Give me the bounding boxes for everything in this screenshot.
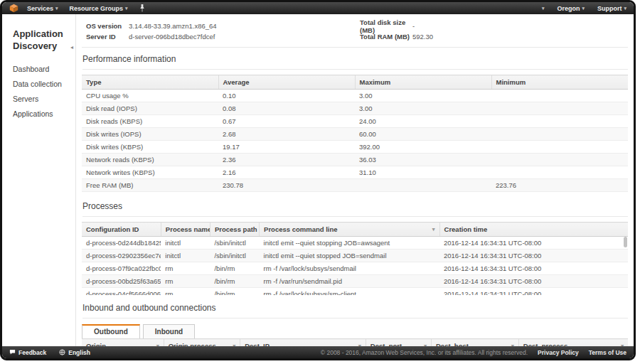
globe-icon [59,349,65,355]
sort-caret-icon: ▾ [432,226,435,232]
scrollbar-thumb[interactable] [624,237,627,247]
total-disk-value: - [412,22,628,30]
table-row: Network reads (KBPS)2.3636.03 [82,154,628,166]
col-header-type: Type [82,75,218,90]
sidebar-item-data-collection[interactable]: Data collection [13,79,73,89]
table-row: Disk reads (KBPS)0.6724.00 [82,115,628,128]
table-row: d-process-04cf5666d006927c3rm/bin/rmrm -… [82,288,628,296]
sidebar-item-applications[interactable]: Applications [13,109,73,119]
language-button[interactable]: English [59,349,90,356]
sidebar: Application Discovery ◂ Dashboard Data c… [2,14,76,346]
total-disk-label: Total disk size (MB) [360,18,412,34]
col-header-process-path[interactable]: Process path [210,223,259,237]
chevron-down-icon: ▾ [55,6,58,11]
processes-table-viewport: Configuration ID Process name▾ Process p… [82,217,628,295]
table-header-row: ▾Origin ▾Origin process ▾Dest. IP ▾Dest.… [82,339,628,347]
table-row: d-process-07f9ca022fbc049c5rm/bin/rmrm -… [82,262,628,275]
performance-table: Type Average Maximum Minimum CPU usage %… [82,75,628,192]
col-header-process-name[interactable]: Process name▾ [161,223,210,237]
processes-section-title: Processes [82,201,628,217]
tab-outbound[interactable]: Outbound [82,324,140,338]
table-row: Disk writes (IOPS)2.6860.00 [82,128,628,141]
resource-groups-menu[interactable]: Resource Groups ▾ [70,5,128,12]
connections-tabs: Outbound Inbound [82,324,628,338]
connections-section-title: Inbound and outbound connections [82,303,628,318]
table-row: Disk writes (KBPS)19.17392.00 [82,141,628,154]
tab-inbound[interactable]: Inbound [143,324,195,338]
connections-table-viewport: ▾Origin ▾Origin process ▾Dest. IP ▾Dest.… [82,338,628,346]
server-info: OS version 3.14.48-33.39.amzn1.x86_64 To… [82,14,628,48]
console-window: Services ▾ Resource Groups ▾ ▾ Oregon ▾ … [0,0,636,360]
language-label: English [68,349,90,356]
chevron-down-icon: ▾ [125,6,128,11]
privacy-policy-link[interactable]: Privacy Policy [538,349,579,356]
col-header-dest-port[interactable]: ▾Dest. port [366,339,431,347]
page-body: Application Discovery ◂ Dashboard Data c… [2,14,634,346]
col-header-process-command-line[interactable]: ▾Process command line [260,223,439,237]
sidebar-item-dashboard[interactable]: Dashboard [13,64,73,74]
page-title: Application Discovery [13,28,73,53]
aws-logo-icon[interactable] [9,4,18,13]
services-menu[interactable]: Services ▾ [27,5,58,12]
chevron-down-icon: ▾ [624,6,626,11]
table-row: d-process-02902356ec7e2f8feinitctl/sbin/… [82,250,628,262]
total-ram-label: Total RAM (MB) [360,33,412,41]
services-menu-label: Services [27,5,53,12]
support-menu-label: Support [597,5,622,12]
pin-icon[interactable] [139,4,145,12]
main-content: OS version 3.14.48-33.39.amzn1.x86_64 To… [76,14,634,346]
col-header-average: Average [218,75,355,90]
table-row: d-process-0d244db1842568625initctl/sbin/… [82,237,628,250]
col-header-configuration-id[interactable]: Configuration ID [82,223,161,237]
col-header-dest-host[interactable]: ▾Dest. host [431,339,518,347]
server-id-value: d-server-096bd18dbec7fdcef [129,33,360,41]
col-header-creation-time[interactable]: Creation time [439,223,628,237]
region-menu-label: Oregon [557,5,580,12]
col-header-origin[interactable]: ▾Origin [82,339,164,347]
support-menu[interactable]: Support ▾ [597,5,626,12]
table-header-row: Type Average Maximum Minimum [82,75,628,90]
col-header-minimum: Minimum [491,75,628,90]
processes-table: Configuration ID Process name▾ Process p… [82,222,628,295]
performance-section-title: Performance information [82,54,628,70]
top-navbar: Services ▾ Resource Groups ▾ ▾ Oregon ▾ … [2,2,634,14]
col-header-maximum: Maximum [355,75,491,90]
sidebar-item-servers[interactable]: Servers [13,94,73,104]
os-version-value: 3.14.48-33.39.amzn1.x86_64 [129,22,360,30]
chevron-down-icon: ▾ [582,6,585,11]
sidebar-collapse-icon[interactable]: ◂ [70,44,73,50]
os-version-label: OS version [86,22,129,30]
table-row: Network writes (KBPS)2.1631.10 [82,166,628,179]
total-ram-value: 592.30 [412,33,628,41]
table-row: CPU usage %0.103.00 [82,90,628,102]
table-header-row: Configuration ID Process name▾ Process p… [82,223,628,237]
server-id-label: Server ID [86,33,129,41]
copyright-text: © 2008 - 2016, Amazon Web Services, Inc.… [321,349,528,356]
region-menu[interactable]: Oregon ▾ [557,5,585,12]
col-header-dest-process[interactable]: ▾Dest. process [518,339,628,347]
table-row: Disk read (IOPS)0.083.00 [82,102,628,115]
feedback-icon [9,349,16,355]
connections-table: ▾Origin ▾Origin process ▾Dest. IP ▾Dest.… [82,338,628,346]
feedback-label: Feedback [18,349,46,356]
chevron-down-icon: ▾ [542,6,545,11]
terms-of-use-link[interactable]: Terms of Use [589,349,626,356]
col-header-dest-ip[interactable]: ▾Dest. IP [240,339,366,347]
footer-bar: Feedback English © 2008 - 2016, Amazon W… [2,346,634,358]
account-menu[interactable]: ▾ [542,6,545,11]
table-row: d-process-00bd25f63a65d76a3rm/bin/rmrm -… [82,275,628,288]
feedback-button[interactable]: Feedback [9,349,46,356]
table-row: Free RAM (MB)230.78223.76 [82,179,628,192]
col-header-origin-process[interactable]: ▾Origin process [164,339,240,347]
resource-groups-menu-label: Resource Groups [70,5,124,12]
